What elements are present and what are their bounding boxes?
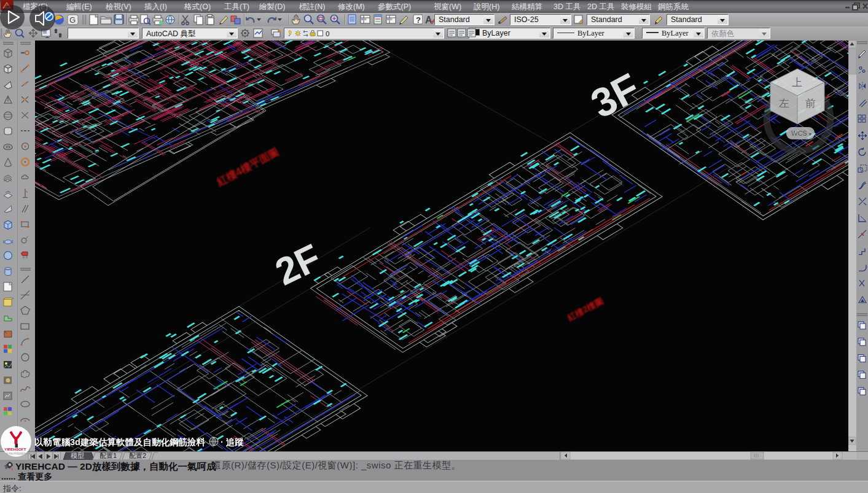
svg-text:左: 左 [779, 98, 789, 109]
svg-text:以勒電腦3d建築估算軟體及自動化鋼筋撿料: 以勒電腦3d建築估算軟體及自動化鋼筋撿料 [34, 437, 205, 447]
svg-text:YIREHSOFT: YIREHSOFT [4, 447, 26, 451]
svg-text:上: 上 [792, 77, 802, 88]
svg-text:· 追蹤: · 追蹤 [221, 437, 244, 447]
svg-text:WCS ▾: WCS ▾ [791, 130, 811, 137]
svg-text:前: 前 [805, 98, 816, 109]
